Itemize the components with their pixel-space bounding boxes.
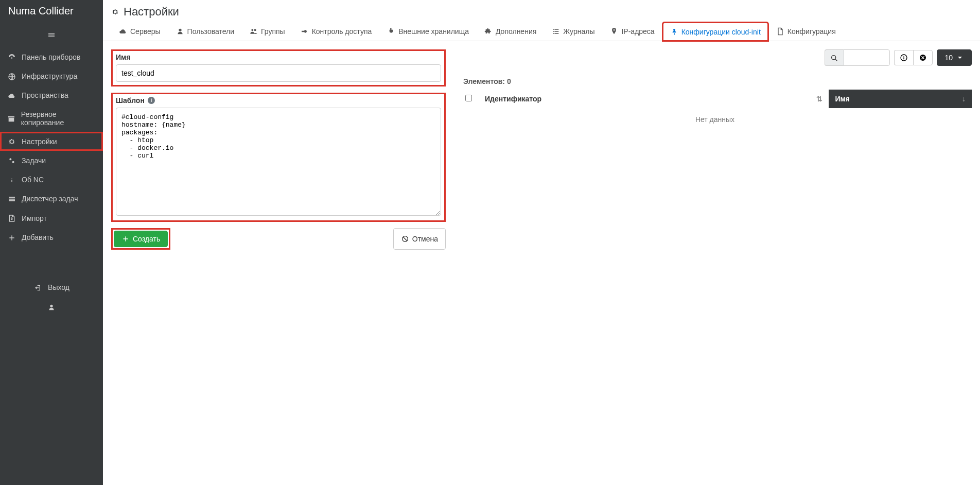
tab-ips[interactable]: IP-адреса: [602, 22, 662, 41]
cancel-button[interactable]: Отмена: [393, 228, 446, 250]
gear-icon: [111, 8, 119, 16]
sidebar-item-label: Импорт: [22, 214, 47, 222]
page-header: Настройки: [103, 0, 980, 22]
search-addon: [825, 49, 844, 65]
user-icon: [47, 303, 56, 311]
cloud-icon: [7, 91, 16, 100]
sidebar-item-add[interactable]: Добавить: [0, 228, 103, 247]
group-icon: [250, 27, 258, 36]
logout-label: Выход: [48, 283, 69, 291]
puzzle-icon: [484, 27, 493, 36]
tab-servers[interactable]: Серверы: [111, 22, 168, 41]
sidebar-item-label: Пространства: [22, 91, 68, 99]
sidebar-item-backup[interactable]: Резервное копирование: [0, 105, 103, 132]
brand-title: Numa Collider: [0, 0, 103, 22]
sidebar-item-taskmanager[interactable]: Диспетчер задач: [0, 189, 103, 209]
sidebar-item-spaces[interactable]: Пространства: [0, 86, 103, 105]
search-group: [825, 49, 890, 65]
info-button[interactable]: [894, 50, 913, 65]
sidebar-item-label: Диспетчер задач: [22, 195, 78, 203]
sidebar-item-about[interactable]: Об NC: [0, 170, 103, 189]
tab-config[interactable]: Конфигурация: [768, 22, 844, 41]
ban-icon: [401, 235, 409, 243]
count-label: Элементов: 0: [458, 73, 972, 90]
sidebar-item-label: Панель приборов: [22, 53, 80, 61]
logout-button[interactable]: Выход: [0, 278, 103, 297]
icon-button-group: [894, 50, 933, 65]
globe-icon: [7, 72, 16, 80]
dashboard-icon: [7, 53, 16, 61]
sidebar-item-settings[interactable]: Настройки: [0, 132, 103, 151]
create-button[interactable]: Создать: [114, 231, 168, 247]
file-icon: [776, 27, 784, 36]
sort-icon: ⇅: [816, 95, 822, 103]
sidebar-item-tasks[interactable]: Задачи: [0, 151, 103, 170]
import-icon: [7, 214, 16, 222]
form-actions: Создать Отмена: [111, 228, 446, 250]
no-data-message: Нет данных: [458, 108, 972, 131]
key-icon: [301, 27, 309, 36]
sidebar-item-label: Об NC: [22, 176, 44, 184]
list-toolbar: 10: [458, 49, 972, 66]
sidebar-bottom: Выход: [0, 278, 103, 317]
sidebar-nav: Панель приборов Инфраструктура Пространс…: [0, 47, 103, 247]
archive-icon: [7, 114, 16, 123]
sidebar-item-label: Инфраструктура: [22, 72, 77, 80]
tab-cloud-init[interactable]: Конфигурации cloud-init: [662, 22, 768, 41]
tabs: Серверы Пользователи Группы Контроль дос…: [103, 22, 980, 41]
tab-groups[interactable]: Группы: [242, 22, 293, 41]
page-size-dropdown[interactable]: 10: [937, 49, 972, 66]
main-content: Настройки Серверы Пользователи Группы Ко…: [103, 0, 980, 485]
page-title: Настройки: [124, 5, 179, 19]
plug-icon: [387, 27, 395, 36]
col-identifier[interactable]: Идентификатор⇅: [479, 90, 829, 108]
tab-remotes[interactable]: Внешние хранилища: [379, 22, 477, 41]
sort-down-icon: ↓: [962, 95, 966, 103]
signout-icon: [33, 283, 43, 292]
clear-button[interactable]: [913, 50, 933, 65]
list-icon: [552, 27, 560, 36]
tab-plugins[interactable]: Дополнения: [477, 22, 544, 41]
plus-icon: [7, 233, 16, 241]
info-icon[interactable]: i: [148, 97, 155, 104]
sidebar-item-label: Настройки: [22, 137, 57, 146]
cloud-icon: [119, 27, 127, 36]
col-name[interactable]: Имя↓: [829, 90, 972, 108]
name-label: Имя: [116, 53, 441, 61]
gear-icon: [7, 137, 16, 146]
tab-users[interactable]: Пользователи: [168, 22, 242, 41]
template-group: Шаблон i: [111, 93, 446, 222]
select-all-checkbox[interactable]: [465, 95, 472, 101]
menu-toggle[interactable]: [0, 22, 103, 47]
name-group: Имя: [111, 49, 446, 86]
name-input[interactable]: [116, 64, 441, 82]
svg-point-2: [12, 161, 14, 163]
search-icon: [830, 54, 838, 62]
sidebar-item-import[interactable]: Импорт: [0, 209, 103, 228]
sidebar: Numa Collider Панель приборов Инфраструк…: [0, 0, 103, 485]
sidebar-item-infrastructure[interactable]: Инфраструктура: [0, 66, 103, 85]
svg-point-4: [832, 55, 836, 59]
info-circle-icon: [900, 54, 908, 62]
tab-acl[interactable]: Контроль доступа: [293, 22, 380, 41]
sidebar-item-label: Резервное копирование: [21, 110, 96, 127]
sidebar-item-dashboard[interactable]: Панель приборов: [0, 47, 103, 66]
form-column: Имя Шаблон i Создать: [111, 49, 446, 250]
data-table: Идентификатор⇅ Имя↓: [458, 90, 972, 108]
template-textarea[interactable]: [116, 108, 441, 216]
sidebar-item-label: Задачи: [22, 157, 46, 165]
tab-logs[interactable]: Журналы: [544, 22, 602, 41]
svg-point-1: [9, 159, 11, 161]
search-input[interactable]: [844, 49, 890, 65]
gears-icon: [7, 156, 16, 165]
list-column: 10 Элементов: 0 Идентификатор⇅ Имя↓ Нет …: [458, 49, 972, 131]
user-avatar[interactable]: [0, 297, 103, 317]
tasks-icon: [7, 195, 16, 203]
pin-icon: [610, 27, 618, 36]
template-label: Шаблон i: [116, 96, 441, 105]
times-circle-icon: [919, 54, 927, 62]
plus-icon: [121, 235, 130, 243]
select-all-col: [458, 90, 479, 108]
sidebar-item-label: Добавить: [22, 233, 54, 241]
bars-icon: [47, 31, 56, 39]
